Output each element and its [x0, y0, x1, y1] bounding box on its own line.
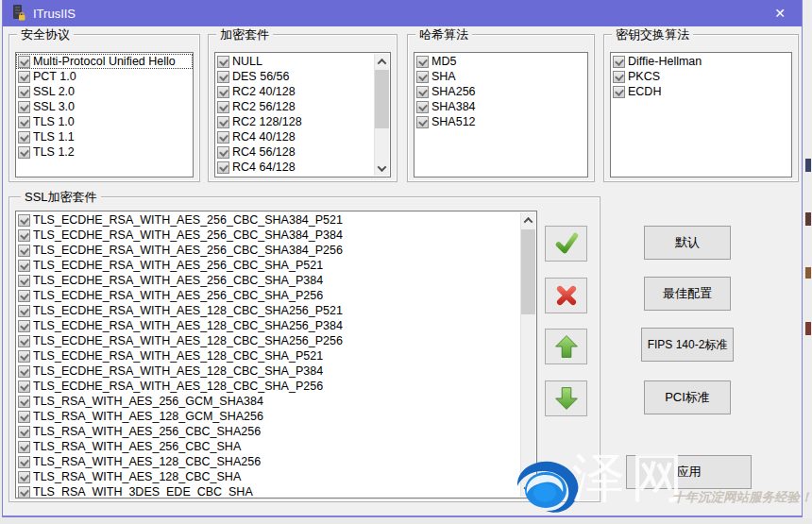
checkbox-checked-icon[interactable]: [18, 245, 30, 257]
list-item[interactable]: Diffie-Hellman: [611, 54, 791, 69]
list-item[interactable]: TLS_ECDHE_RSA_WITH_AES_128_CBC_SHA256_P3…: [16, 318, 519, 333]
list-item[interactable]: TLS_RSA_WITH_AES_128_GCM_SHA256: [16, 409, 519, 424]
list-item[interactable]: TLS_ECDHE_RSA_WITH_AES_128_CBC_SHA256_P2…: [16, 333, 519, 348]
checkbox-checked-icon[interactable]: [18, 275, 30, 287]
checkbox-checked-icon[interactable]: [18, 56, 30, 68]
list-item[interactable]: RC2 40/128: [215, 84, 374, 99]
scroll-down-button[interactable]: [375, 161, 389, 176]
cipher-suites-list[interactable]: NULL DES 56/56 RC2 40/128: [214, 52, 391, 177]
scrollbar-thumb[interactable]: [521, 229, 535, 314]
ssl-cipher-suites-list[interactable]: TLS_ECDHE_RSA_WITH_AES_256_CBC_SHA384_P5…: [15, 211, 537, 499]
fips-standard-button[interactable]: FIPS 140-2标准: [641, 328, 734, 362]
checkbox-checked-icon[interactable]: [217, 131, 229, 144]
list-item[interactable]: TLS_ECDHE_RSA_WITH_AES_128_CBC_SHA_P521: [16, 348, 519, 363]
checkbox-checked-icon[interactable]: [416, 101, 429, 113]
list-item[interactable]: SHA512: [414, 114, 587, 129]
checkbox-checked-icon[interactable]: [217, 86, 229, 98]
list-item[interactable]: RC4 56/128: [215, 144, 374, 160]
checkbox-checked-icon[interactable]: [613, 71, 625, 83]
checkbox-checked-icon[interactable]: [18, 131, 30, 144]
scrollbar[interactable]: [520, 212, 535, 497]
list-item[interactable]: TLS 1.1: [16, 129, 193, 144]
list-item[interactable]: TLS_ECDHE_RSA_WITH_AES_256_CBC_SHA384_P5…: [16, 212, 519, 228]
list-item[interactable]: RC2 128/128: [215, 114, 374, 129]
checkbox-checked-icon[interactable]: [416, 116, 429, 128]
list-item[interactable]: TLS_ECDHE_RSA_WITH_AES_128_CBC_SHA256_P5…: [16, 303, 519, 318]
checkbox-checked-icon[interactable]: [18, 320, 30, 332]
list-item[interactable]: MD5: [414, 54, 587, 69]
checkbox-checked-icon[interactable]: [18, 441, 30, 453]
checkbox-checked-icon[interactable]: [18, 305, 30, 317]
list-item[interactable]: RC2 56/128: [215, 99, 374, 114]
list-item[interactable]: RC4 40/128: [215, 129, 374, 144]
checkbox-checked-icon[interactable]: [18, 411, 30, 423]
checkbox-checked-icon[interactable]: [416, 86, 429, 98]
checkbox-checked-icon[interactable]: [18, 214, 30, 227]
list-item[interactable]: SHA256: [414, 84, 587, 99]
list-item[interactable]: TLS_ECDHE_RSA_WITH_AES_128_CBC_SHA_P256: [16, 379, 519, 394]
close-icon[interactable]: ✕: [758, 0, 802, 26]
checkbox-checked-icon[interactable]: [217, 101, 229, 113]
scrollbar-thumb[interactable]: [375, 70, 389, 128]
checkbox-checked-icon[interactable]: [18, 426, 30, 438]
checkbox-checked-icon[interactable]: [18, 101, 30, 113]
list-item[interactable]: SSL 3.0: [16, 99, 193, 114]
list-item[interactable]: PKCS: [611, 69, 791, 84]
checkbox-checked-icon[interactable]: [18, 396, 30, 408]
checkbox-checked-icon[interactable]: [18, 456, 30, 468]
scroll-up-button[interactable]: [375, 54, 389, 69]
checkbox-checked-icon[interactable]: [217, 56, 229, 68]
checkbox-checked-icon[interactable]: [18, 471, 30, 483]
list-item[interactable]: Multi-Protocol Unified Hello: [16, 54, 193, 69]
list-item[interactable]: TLS_ECDHE_RSA_WITH_AES_128_CBC_SHA_P384: [16, 363, 519, 379]
list-item[interactable]: TLS 1.0: [16, 114, 193, 129]
checkbox-checked-icon[interactable]: [613, 86, 625, 98]
list-item[interactable]: RC4 64/128: [215, 160, 374, 175]
list-item[interactable]: TLS 1.2: [16, 144, 193, 160]
checkbox-checked-icon[interactable]: [18, 86, 30, 98]
pci-standard-button[interactable]: PCI标准: [644, 380, 731, 414]
checkbox-checked-icon[interactable]: [217, 146, 229, 159]
scroll-down-button[interactable]: [521, 482, 535, 497]
list-item[interactable]: TLS_RSA_WITH_3DES_EDE_CBC_SHA: [16, 484, 519, 499]
list-item[interactable]: TLS_RSA_WITH_AES_128_CBC_SHA256: [16, 454, 519, 469]
move-down-button[interactable]: [545, 380, 587, 416]
list-item[interactable]: TLS_ECDHE_RSA_WITH_AES_256_CBC_SHA_P384: [16, 273, 519, 288]
checkbox-checked-icon[interactable]: [217, 116, 229, 128]
checkbox-checked-icon[interactable]: [18, 116, 30, 128]
checkbox-checked-icon[interactable]: [18, 380, 30, 393]
list-item[interactable]: SHA: [414, 69, 587, 84]
move-up-button[interactable]: [545, 329, 587, 364]
list-item[interactable]: TLS_RSA_WITH_AES_256_GCM_SHA384: [16, 394, 519, 409]
list-item[interactable]: PCT 1.0: [16, 69, 193, 84]
security-protocols-list[interactable]: Multi-Protocol Unified Hello PCT 1.0 SSL…: [15, 52, 194, 177]
list-item[interactable]: ECDH: [611, 84, 791, 99]
list-item[interactable]: TLS_RSA_WITH_AES_256_CBC_SHA256: [16, 424, 519, 439]
scroll-up-button[interactable]: [521, 212, 535, 228]
list-item[interactable]: TLS_ECDHE_RSA_WITH_AES_256_CBC_SHA384_P2…: [16, 243, 519, 258]
checkbox-checked-icon[interactable]: [18, 260, 30, 272]
list-item[interactable]: TLS_RSA_WITH_AES_256_CBC_SHA: [16, 439, 519, 454]
list-item[interactable]: TLS_ECDHE_RSA_WITH_AES_256_CBC_SHA_P521: [16, 258, 519, 273]
apply-button[interactable]: 应用: [626, 455, 752, 489]
scrollbar[interactable]: [374, 54, 389, 176]
checkbox-checked-icon[interactable]: [416, 71, 429, 83]
checkbox-checked-icon[interactable]: [18, 335, 30, 347]
list-item[interactable]: TLS_ECDHE_RSA_WITH_AES_256_CBC_SHA_P256: [16, 288, 519, 303]
confirm-button[interactable]: [545, 226, 587, 262]
list-item[interactable]: TLS_RSA_WITH_AES_128_CBC_SHA: [16, 469, 519, 484]
checkbox-checked-icon[interactable]: [18, 486, 30, 499]
hash-algorithms-list[interactable]: MD5 SHA SHA256: [414, 52, 588, 177]
list-item[interactable]: NULL: [215, 54, 374, 69]
checkbox-checked-icon[interactable]: [18, 146, 30, 159]
checkbox-checked-icon[interactable]: [18, 365, 30, 378]
list-item[interactable]: RC4 128/128: [215, 175, 374, 177]
titlebar[interactable]: ITrusIIS ✕: [3, 0, 802, 26]
checkbox-checked-icon[interactable]: [217, 161, 229, 174]
checkbox-checked-icon[interactable]: [613, 56, 625, 68]
default-button[interactable]: 默认: [644, 226, 731, 260]
checkbox-checked-icon[interactable]: [217, 177, 229, 178]
checkbox-checked-icon[interactable]: [18, 71, 30, 83]
list-item[interactable]: SSL 2.0: [16, 84, 193, 99]
list-item[interactable]: DES 56/56: [215, 69, 374, 84]
